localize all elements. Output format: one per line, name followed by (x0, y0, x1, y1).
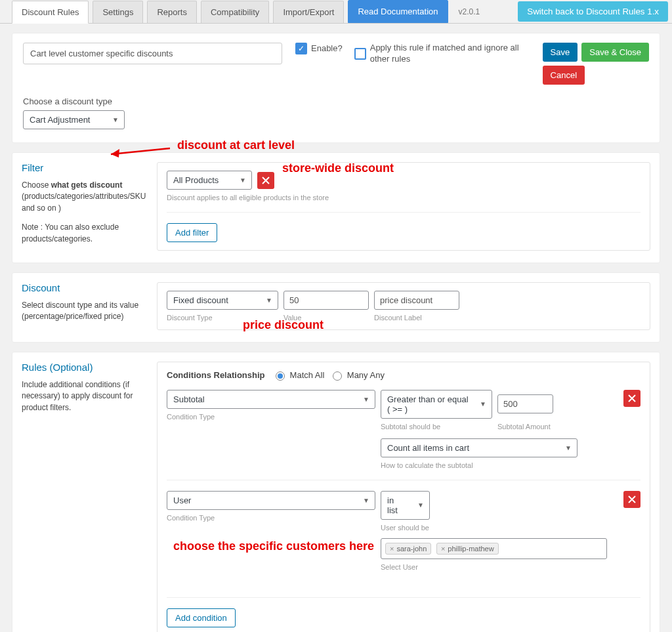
button-label: Add condition (175, 613, 227, 623)
tab-label: Settings (102, 7, 133, 17)
user-tag[interactable]: ×sara-john (385, 543, 431, 555)
user-multiselect[interactable]: ×sara-john ×phillip-mathew (381, 538, 607, 559)
chevron-down-icon: ▼ (560, 444, 577, 452)
cancel-button[interactable]: Cancel (543, 66, 585, 85)
col-label: Select User (381, 563, 621, 571)
apply-ignore-label: Apply this rule if matched and ignore al… (370, 43, 521, 65)
switch-back-button[interactable]: Switch back to Discount Rules 1.x (518, 1, 668, 22)
col-label: User should be (381, 524, 621, 532)
select-value: Greater than or equal ( >= ) (381, 390, 474, 418)
rules-section: Rules (Optional) Include additional cond… (12, 352, 660, 632)
tab-label: Discount Rules (22, 7, 79, 17)
select-value: User (167, 492, 197, 509)
enable-label: Enable? (311, 43, 343, 54)
button-label: Cancel (551, 70, 577, 80)
col-label: Discount Type (167, 314, 278, 322)
button-label: Switch back to Discount Rules 1.x (527, 7, 659, 16)
check-icon: ✓ (295, 43, 307, 54)
col-label: Subtotal should be (381, 423, 492, 431)
remove-icon[interactable]: × (390, 545, 394, 553)
apply-ignore-toggle[interactable]: Apply this rule if matched and ignore al… (354, 43, 521, 65)
filter-desc: Choose what gets discount (products/cate… (22, 180, 144, 214)
col-label: Discount Label (374, 314, 459, 322)
subtotal-operator-select[interactable]: Greater than or equal ( >= ) ▼ (381, 390, 492, 419)
col-label: Subtotal Amount (497, 423, 553, 431)
user-tag[interactable]: ×phillip-mathew (436, 543, 499, 555)
chevron-down-icon: ▼ (234, 177, 251, 184)
cond-relationship-label: Conditions Relationship (167, 370, 265, 380)
chevron-down-icon: ▼ (358, 396, 375, 403)
discount-section: Discount Select discount type and its va… (12, 272, 660, 343)
radio-label: Many Any (347, 370, 385, 380)
close-icon (628, 394, 636, 402)
text-bold: what gets discount (51, 180, 123, 190)
radio-match-all[interactable] (276, 371, 285, 381)
filter-section: Filter Choose what gets discount (produc… (12, 152, 660, 263)
chevron-down-icon: ▼ (412, 501, 429, 509)
close-icon (628, 495, 636, 503)
filter-scope-select[interactable]: All Products ▼ (167, 171, 252, 190)
select-value: Count all items in cart (381, 439, 475, 457)
discount-type-select[interactable]: Cart Adjustment ▼ (23, 110, 125, 129)
col-label: How to calculate the subtotal (381, 461, 621, 469)
chevron-down-icon: ▼ (261, 297, 278, 304)
tab-label: Reports (157, 7, 187, 17)
filter-hint: Discount applies to all eligible product… (167, 194, 640, 201)
add-filter-button[interactable]: Add filter (167, 223, 217, 242)
col-label: Value (284, 314, 369, 322)
discount-type-label: Choose a discount type (23, 96, 649, 106)
tag-label: phillip-mathew (448, 545, 494, 553)
chevron-down-icon: ▼ (107, 116, 124, 123)
checkbox-icon (354, 48, 366, 60)
save-close-button[interactable]: Save & Close (581, 43, 649, 62)
tab-read-documentation[interactable]: Read Documentation (348, 0, 448, 23)
radio-many-any[interactable] (333, 371, 342, 381)
tab-bar: Discount Rules Settings Reports Compatib… (0, 0, 672, 24)
select-value: in list (381, 492, 412, 519)
tab-label: Compatibility (211, 7, 259, 17)
select-value: Fixed discount (167, 291, 234, 309)
annotation-cart-level: discount at cart level (177, 138, 295, 152)
filter-note: Note : You can also exclude products/cat… (22, 222, 144, 245)
button-label: Save & Close (589, 47, 641, 57)
save-button[interactable]: Save (543, 43, 578, 62)
tab-compatibility[interactable]: Compatibility (201, 1, 269, 23)
filter-title: Filter (22, 162, 144, 173)
subtotal-amount-input[interactable] (497, 394, 553, 413)
tag-label: sara-john (396, 545, 427, 553)
version-label: v2.0.1 (459, 7, 480, 16)
tab-discount-rules[interactable]: Discount Rules (12, 1, 89, 24)
tab-label: Read Documentation (358, 7, 438, 16)
subtotal-calc-select[interactable]: Count all items in cart ▼ (381, 438, 578, 457)
select-value: All Products (167, 171, 224, 189)
col-label: Condition Type (167, 413, 375, 421)
condition-type-select[interactable]: Subtotal ▼ (167, 390, 375, 409)
tab-settings[interactable]: Settings (93, 1, 143, 23)
chevron-down-icon: ▼ (358, 497, 375, 504)
col-label: Condition Type (167, 514, 375, 522)
text: Choose (22, 180, 51, 190)
tab-reports[interactable]: Reports (147, 1, 197, 23)
delete-condition-button[interactable] (623, 491, 640, 508)
enable-toggle[interactable]: ✓ Enable? (295, 43, 343, 54)
tab-import-export[interactable]: Import/Export (273, 1, 344, 23)
delete-filter-button[interactable] (257, 172, 274, 189)
discount-desc: Select discount type and its value (perc… (22, 300, 144, 323)
button-label: Add filter (175, 228, 209, 238)
rules-title: Rules (Optional) (22, 362, 144, 373)
close-icon (262, 177, 270, 184)
discount-type-select2[interactable]: Fixed discount ▼ (167, 291, 278, 310)
delete-condition-button[interactable] (623, 390, 640, 407)
condition-type-select[interactable]: User ▼ (167, 491, 375, 510)
rule-name-input[interactable] (23, 43, 282, 64)
user-operator-select[interactable]: in list ▼ (381, 491, 430, 520)
rules-desc: Include additional conditions (if necess… (22, 379, 144, 413)
rule-header-panel: ✓ Enable? Apply this rule if matched and… (12, 33, 660, 143)
discount-label-input[interactable] (374, 291, 459, 310)
discount-value-input[interactable] (284, 291, 369, 310)
remove-icon[interactable]: × (441, 545, 445, 553)
add-condition-button[interactable]: Add condition (167, 608, 236, 627)
select-value: Cart Adjustment (24, 111, 96, 129)
button-label: Save (551, 47, 570, 57)
tab-label: Import/Export (283, 7, 334, 17)
